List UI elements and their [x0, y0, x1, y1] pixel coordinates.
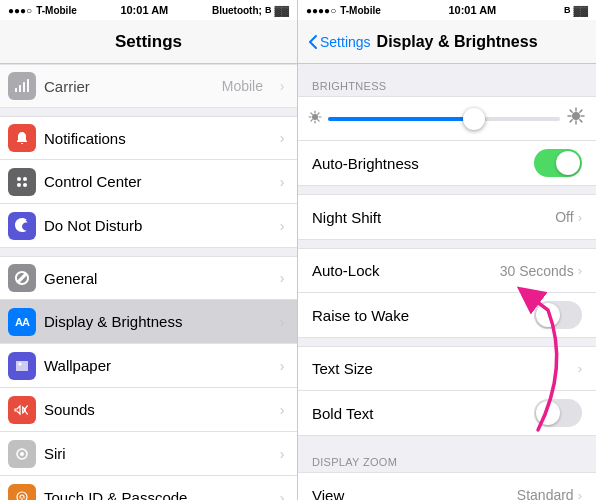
auto-brightness-label: Auto-Brightness — [312, 155, 534, 172]
settings-item-sounds[interactable]: Sounds › — [0, 388, 297, 432]
siri-label: Siri — [44, 445, 267, 462]
do-not-disturb-label: Do Not Disturb — [44, 217, 267, 234]
text-size-label: Text Size — [312, 360, 578, 377]
gap1 — [298, 186, 596, 194]
touch-id-icon-box — [0, 476, 44, 501]
carrier-value: Mobile — [222, 78, 263, 94]
text-size-chevron: › — [578, 361, 582, 376]
view-value: Standard — [517, 487, 574, 500]
touch-id-label: Touch ID & Passcode — [44, 489, 267, 500]
svg-point-5 — [23, 177, 27, 181]
carrier-chevron: › — [267, 78, 297, 94]
view-item[interactable]: View Standard › — [298, 473, 596, 500]
view-section: View Standard › — [298, 472, 596, 500]
right-carrier-signal: ●●●●○ T-Mobile — [306, 5, 381, 16]
right-signal-dots: ●●●●○ — [306, 5, 336, 16]
display-label: Display & Brightness — [44, 313, 267, 330]
auto-brightness-item[interactable]: Auto-Brightness — [298, 141, 596, 185]
general-chevron: › — [267, 270, 297, 286]
bold-text-toggle[interactable] — [534, 399, 582, 427]
control-center-icon-box — [0, 160, 44, 204]
siri-icon-box — [0, 432, 44, 476]
bold-text-label: Bold Text — [312, 405, 534, 422]
battery-icon: ▓▓ — [274, 5, 289, 16]
general-icon-box — [0, 256, 44, 300]
text-section: Text Size › Bold Text — [298, 346, 596, 436]
right-page-title: Display & Brightness — [377, 33, 538, 51]
wallpaper-icon-box — [0, 344, 44, 388]
gap2 — [298, 240, 596, 248]
display-zoom-label: DISPLAY ZOOM — [312, 456, 397, 468]
carrier-icon — [8, 72, 36, 100]
right-time: 10:01 AM — [448, 4, 496, 16]
night-shift-label: Night Shift — [312, 209, 555, 226]
svg-point-4 — [17, 177, 21, 181]
control-center-chevron: › — [267, 174, 297, 190]
display-icon-box: AA — [0, 300, 44, 344]
svg-point-7 — [23, 183, 27, 187]
settings-item-siri[interactable]: Siri › — [0, 432, 297, 476]
touch-id-icon — [8, 484, 36, 501]
raise-to-wake-item[interactable]: Raise to Wake — [298, 293, 596, 337]
settings-item-notifications[interactable]: Notifications › — [0, 116, 297, 160]
settings-item-display-brightness[interactable]: AA Display & Brightness › — [0, 300, 297, 344]
settings-item-carrier[interactable]: Carrier Mobile › — [0, 64, 297, 108]
bluetooth-icon: Bluetooth; — [212, 5, 262, 16]
svg-point-15 — [572, 112, 580, 120]
auto-lock-section: Auto-Lock 30 Seconds › Raise to Wake — [298, 248, 596, 338]
svg-rect-2 — [23, 82, 25, 92]
display-icon: AA — [8, 308, 36, 336]
notifications-icon — [8, 124, 36, 152]
do-not-disturb-chevron: › — [267, 218, 297, 234]
display-chevron: › — [267, 314, 297, 330]
back-label: Settings — [320, 34, 371, 50]
view-chevron: › — [578, 488, 582, 501]
night-shift-value: Off — [555, 209, 573, 225]
settings-item-control-center[interactable]: Control Center › — [0, 160, 297, 204]
touch-id-chevron: › — [267, 490, 297, 501]
brightness-slider-track[interactable] — [328, 117, 560, 121]
brightness-slider-fill — [328, 117, 467, 121]
sun-large-icon — [566, 106, 586, 131]
night-shift-section: Night Shift Off › — [298, 194, 596, 240]
left-carrier-signal: ●●●○ T-Mobile — [8, 5, 77, 16]
back-button[interactable]: Settings — [308, 34, 371, 50]
right-battery-icon: ▓▓ — [573, 5, 588, 16]
sounds-icon-box — [0, 388, 44, 432]
display-zoom-header: DISPLAY ZOOM — [298, 444, 596, 472]
night-shift-item[interactable]: Night Shift Off › — [298, 195, 596, 239]
right-panel: ●●●●○ T-Mobile 10:01 AM B ▓▓ Settings Di… — [298, 0, 596, 500]
general-icon — [8, 264, 36, 292]
sounds-label: Sounds — [44, 401, 267, 418]
svg-point-6 — [17, 183, 21, 187]
wallpaper-chevron: › — [267, 358, 297, 374]
control-center-icon — [8, 168, 36, 196]
settings-item-general[interactable]: General › — [0, 256, 297, 300]
svg-point-14 — [312, 114, 318, 120]
raise-to-wake-toggle[interactable] — [534, 301, 582, 329]
auto-lock-item[interactable]: Auto-Lock 30 Seconds › — [298, 249, 596, 293]
right-nav-header: Settings Display & Brightness — [298, 20, 596, 64]
left-nav-header: Settings — [0, 20, 297, 64]
control-center-label: Control Center — [44, 173, 267, 190]
raise-to-wake-toggle-thumb — [536, 303, 560, 327]
settings-list: Carrier Mobile › Notifications › — [0, 64, 297, 500]
svg-rect-3 — [27, 79, 29, 92]
carrier-label: Carrier — [44, 78, 222, 95]
settings-item-wallpaper[interactable]: Wallpaper › — [0, 344, 297, 388]
settings-item-do-not-disturb[interactable]: Do Not Disturb › — [0, 204, 297, 248]
siri-icon — [8, 440, 36, 468]
wallpaper-icon — [8, 352, 36, 380]
do-not-disturb-icon-box — [0, 204, 44, 248]
brightness-label: BRIGHTNESS — [312, 80, 387, 92]
brightness-slider-thumb[interactable] — [463, 108, 485, 130]
bluetooth-icon2: B — [265, 5, 272, 15]
bold-text-item[interactable]: Bold Text — [298, 391, 596, 435]
right-bluetooth-icon: B — [564, 5, 571, 15]
settings-item-touch-id[interactable]: Touch ID & Passcode › — [0, 476, 297, 500]
settings-group-notifications: Notifications › Control Center › D — [0, 116, 297, 248]
svg-rect-0 — [15, 88, 17, 92]
text-size-item[interactable]: Text Size › — [298, 347, 596, 391]
signal-dots: ●●●○ — [8, 5, 32, 16]
auto-brightness-toggle[interactable] — [534, 149, 582, 177]
